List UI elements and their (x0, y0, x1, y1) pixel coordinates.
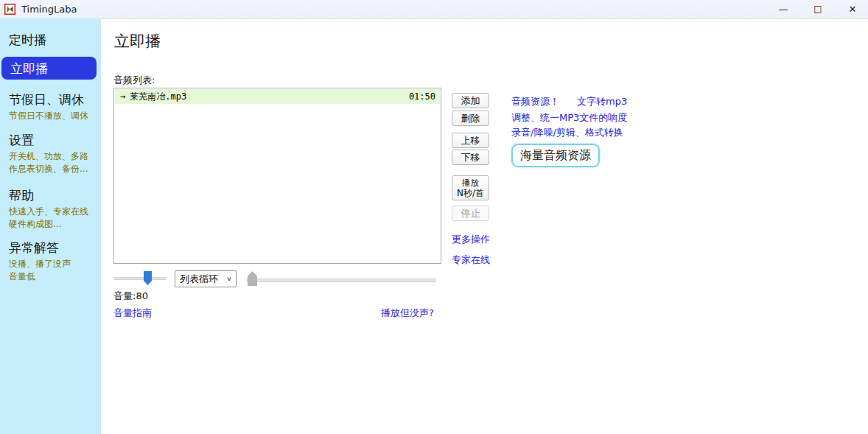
sidebar-item-label: 定时播 (0, 32, 101, 48)
sidebar-item-label: 立即播 (1, 60, 48, 77)
maximize-button[interactable]: □ (805, 0, 830, 18)
sidebar-item-label: 帮助 (0, 187, 101, 203)
delete-button[interactable]: 删除 (452, 111, 489, 126)
sidebar: 定时播 立即播 节假日、调休 节假日不播放、调休 设置 开关机、功放、多路 作息… (0, 18, 101, 434)
sidebar-item-label: 节假日、调休 (0, 91, 101, 108)
more-operations-link[interactable]: 更多操作 (452, 233, 490, 246)
promo-links-row: 音频资源！ 文字转mp3 (511, 95, 627, 108)
track-duration: 01:50 (409, 91, 440, 102)
audio-list-label: 音频列表: (113, 74, 155, 87)
sidebar-item-holidays[interactable]: 节假日、调休 节假日不播放、调休 (0, 91, 101, 122)
minimize-button[interactable]: — (771, 0, 796, 18)
sidebar-item-instant-play[interactable]: 立即播 (1, 57, 97, 80)
volume-slider-thumb[interactable] (144, 271, 152, 285)
sidebar-item-subtitle: 开关机、功放、多路 作息表切换、备份... (0, 150, 101, 175)
sidebar-item-settings[interactable]: 设置 开关机、功放、多路 作息表切换、备份... (0, 132, 101, 175)
no-sound-link[interactable]: 播放但没声? (381, 307, 434, 320)
massive-audio-resources-button[interactable]: 海量音频资源 (511, 144, 600, 167)
sidebar-item-troubleshoot[interactable]: 异常解答 没播、播了没声 音量低 (0, 239, 101, 283)
sidebar-item-subtitle: 节假日不播放、调休 (0, 110, 101, 122)
progress-slider-thumb[interactable] (248, 271, 257, 286)
track-name: 莱芜南冶.mp3 (130, 91, 409, 103)
loop-mode-value: 列表循环 (175, 273, 226, 286)
move-up-button[interactable]: 上移 (452, 133, 489, 148)
title-bar: TimingLaba — □ ✕ (0, 0, 868, 19)
sidebar-item-subtitle: 快速入手、专家在线 硬件构成图... (0, 206, 101, 231)
app-icon (4, 4, 15, 15)
loop-mode-select[interactable]: 列表循环 ∨ (175, 270, 237, 287)
move-down-button[interactable]: 下移 (452, 150, 489, 165)
sidebar-item-help[interactable]: 帮助 快速入手、专家在线 硬件构成图... (0, 187, 101, 231)
volume-slider-track[interactable] (114, 277, 166, 280)
window-title: TimingLaba (21, 4, 77, 15)
close-button[interactable]: ✕ (840, 0, 865, 18)
audio-list[interactable]: → 莱芜南冶.mp3 01:50 (113, 88, 441, 264)
record-edit-link[interactable]: 录音/降噪/剪辑、格式转换 (511, 126, 623, 139)
loudness-adjust-link[interactable]: 调整、统一MP3文件的响度 (511, 111, 627, 125)
page-title: 立即播 (114, 31, 161, 52)
progress-slider-track[interactable] (247, 279, 435, 282)
sidebar-item-timed-play[interactable]: 定时播 (0, 32, 101, 48)
sidebar-item-label: 异常解答 (0, 239, 101, 256)
play-n-seconds-button[interactable]: 播放 N秒/首 (452, 175, 489, 200)
chevron-down-icon: ∨ (226, 276, 236, 283)
volume-label: 音量:80 (113, 290, 148, 303)
stop-button[interactable]: 停止 (452, 206, 489, 221)
now-playing-arrow-icon: → (115, 91, 130, 102)
sidebar-item-subtitle: 没播、播了没声 音量低 (0, 258, 101, 283)
sidebar-item-label: 设置 (0, 132, 101, 148)
playlist-item[interactable]: → 莱芜南冶.mp3 01:50 (115, 89, 440, 104)
add-button[interactable]: 添加 (452, 93, 489, 108)
text-to-mp3-link[interactable]: 文字转mp3 (577, 95, 627, 108)
audio-resources-link[interactable]: 音频资源！ (511, 95, 559, 108)
volume-guide-link[interactable]: 音量指南 (113, 307, 152, 320)
expert-online-link[interactable]: 专家在线 (452, 253, 490, 267)
